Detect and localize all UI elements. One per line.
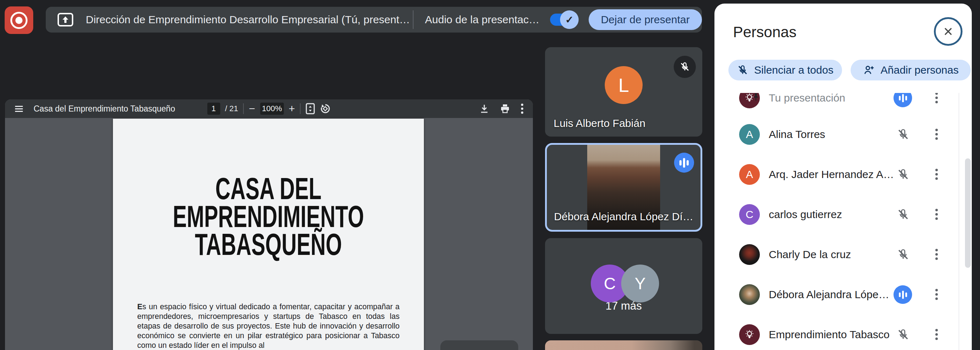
panel-title: Personas bbox=[733, 24, 796, 41]
close-panel-button[interactable] bbox=[934, 17, 963, 46]
participant-row-emprendimiento[interactable]: Emprendimiento Tabasco bbox=[714, 315, 972, 350]
close-icon bbox=[942, 26, 954, 37]
participant-name: Arq. Jader Hernandez A… bbox=[769, 169, 894, 181]
divider bbox=[243, 103, 244, 114]
download-icon[interactable] bbox=[479, 104, 489, 114]
more-options-icon[interactable] bbox=[935, 289, 938, 300]
fit-to-page-icon[interactable] bbox=[305, 103, 315, 115]
page-number-input[interactable]: 1 bbox=[207, 103, 220, 115]
divider bbox=[413, 10, 414, 29]
presentation-avatar bbox=[739, 93, 760, 108]
more-participants-tile[interactable]: C Y 17 más bbox=[545, 238, 702, 334]
lightbulb-icon bbox=[743, 329, 756, 341]
participant-row-charly[interactable]: Charly De la cruz bbox=[714, 234, 972, 275]
participant-row-carlos[interactable]: C carlos gutierrez bbox=[714, 194, 972, 234]
people-panel: Personas Silenciar a todos Añadir person… bbox=[714, 3, 972, 350]
more-options-icon[interactable] bbox=[935, 169, 938, 180]
more-options-icon[interactable] bbox=[935, 209, 938, 220]
participant-name: Emprendimiento Tabasco bbox=[769, 329, 889, 341]
rotate-icon[interactable] bbox=[320, 103, 331, 114]
more-options-icon[interactable] bbox=[935, 129, 938, 140]
add-people-button[interactable]: Añadir personas bbox=[851, 60, 971, 80]
participant-name: Débora Alejandra López Dí… bbox=[547, 211, 700, 223]
participant-name: carlos gutierrez bbox=[769, 208, 842, 221]
participant-name: Alina Torres bbox=[769, 128, 825, 140]
pin-icon bbox=[751, 93, 760, 102]
presentation-title: Dirección de Emprendimiento Desarrollo E… bbox=[86, 14, 409, 26]
pdf-viewer: Casa del Emprendimiento Tabasqueño 1 / 2… bbox=[5, 99, 533, 350]
participant-name: Luis Alberto Fabián bbox=[554, 117, 646, 129]
video-tile-partial[interactable] bbox=[545, 340, 702, 350]
person-add-icon bbox=[863, 64, 875, 76]
page-count-label: / 21 bbox=[225, 104, 239, 113]
avatar: Y bbox=[621, 264, 659, 302]
more-options-icon[interactable] bbox=[935, 93, 938, 103]
zoom-level-input[interactable]: 100% bbox=[260, 103, 284, 115]
participant-name: Débora Alejandra Lópe… bbox=[769, 288, 889, 301]
more-options-icon[interactable] bbox=[935, 329, 938, 340]
speaking-indicator-icon bbox=[674, 153, 694, 173]
mic-off-icon bbox=[737, 64, 748, 76]
slide-paragraph: Es un espacio físico y virtual dedicado … bbox=[137, 302, 399, 350]
mic-off-icon bbox=[674, 56, 696, 78]
record-icon bbox=[10, 12, 27, 29]
participant-row-jader[interactable]: A Arq. Jader Hernandez A… bbox=[714, 154, 972, 194]
scrollbar-thumb[interactable] bbox=[965, 158, 971, 268]
video-tile-luis[interactable]: L Luis Alberto Fabián bbox=[545, 47, 702, 137]
participant-row-alina[interactable]: A Alina Torres bbox=[714, 115, 972, 154]
organization-avatar bbox=[739, 324, 760, 345]
mic-off-icon bbox=[897, 128, 910, 141]
avatar: A bbox=[739, 164, 760, 185]
speaking-indicator-icon bbox=[894, 285, 912, 304]
zoom-in-icon[interactable]: + bbox=[289, 103, 295, 114]
mic-off-icon bbox=[897, 168, 910, 181]
participant-name: Tu presentación bbox=[769, 93, 845, 104]
slide-title: CASA DEL EMPRENDIMIENTO TABASQUEÑO bbox=[162, 175, 374, 258]
participant-row-debora[interactable]: Débora Alejandra Lópe… bbox=[714, 275, 972, 315]
avatar bbox=[739, 244, 760, 265]
print-icon[interactable] bbox=[500, 104, 510, 114]
toggle-thumb-check-icon: ✓ bbox=[560, 10, 579, 29]
mute-all-button[interactable]: Silenciar a todos bbox=[729, 60, 842, 80]
pdf-document-title: Casa del Emprendimiento Tabasqueño bbox=[33, 104, 175, 114]
divider bbox=[300, 103, 301, 114]
more-participants-count: 17 más bbox=[545, 299, 702, 312]
scrollbar-track bbox=[959, 93, 959, 350]
participants-list: Tu presentación A Alina Torres A Arq. Ja… bbox=[714, 93, 972, 350]
avatar: A bbox=[739, 124, 760, 145]
participant-name: Charly De la cruz bbox=[769, 248, 851, 261]
avatar: C bbox=[739, 204, 760, 225]
presentation-audio-toggle[interactable]: ✓ bbox=[550, 14, 575, 26]
pdf-page: CASA DEL EMPRENDIMIENTO TABASQUEÑO Es un… bbox=[113, 119, 424, 350]
mic-off-icon bbox=[897, 328, 910, 341]
more-options-icon[interactable] bbox=[935, 249, 938, 260]
menu-icon[interactable] bbox=[15, 104, 23, 113]
presentation-top-bar: Dirección de Emprendimiento Desarrollo E… bbox=[46, 7, 702, 33]
pdf-toolbar: Casa del Emprendimiento Tabasqueño 1 / 2… bbox=[5, 99, 533, 118]
stop-presenting-button[interactable]: Dejar de presentar bbox=[589, 9, 702, 30]
avatar: L bbox=[605, 66, 643, 104]
recording-button[interactable] bbox=[5, 6, 33, 34]
presenting-indicator-icon bbox=[894, 93, 912, 107]
video-tile-debora-speaking[interactable]: Débora Alejandra López Dí… bbox=[545, 143, 702, 232]
mic-off-icon bbox=[897, 208, 910, 221]
zoom-out-icon[interactable]: − bbox=[249, 103, 255, 114]
present-screen-icon bbox=[57, 13, 74, 27]
mic-off-icon bbox=[897, 248, 910, 261]
presentation-audio-label: Audio de la presentac… bbox=[425, 14, 539, 26]
pdf-floating-toolbar bbox=[440, 340, 518, 350]
more-options-icon[interactable] bbox=[521, 103, 523, 114]
avatar bbox=[739, 284, 760, 305]
